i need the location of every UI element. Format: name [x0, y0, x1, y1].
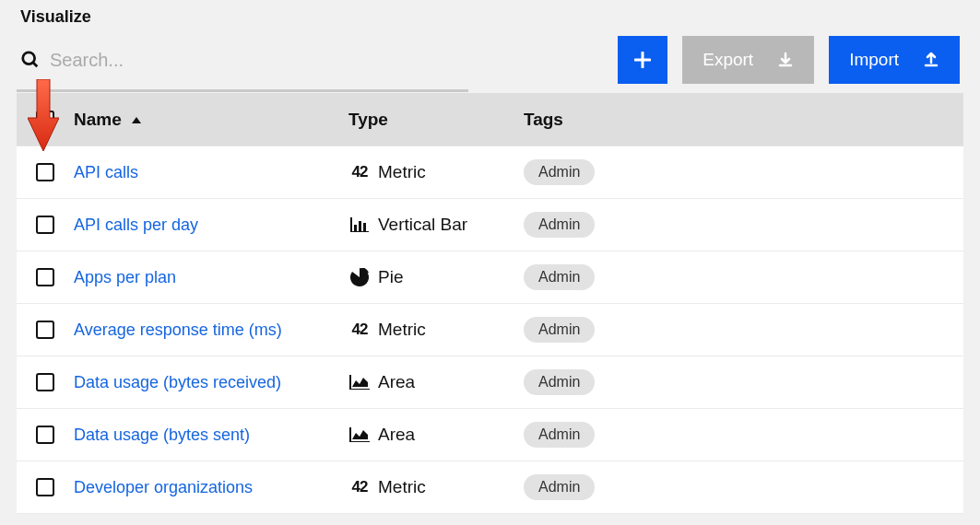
table-row: Data usage (bytes received)AreaAdmin	[17, 356, 963, 409]
row-checkbox[interactable]	[36, 321, 54, 339]
type-label: Area	[378, 425, 415, 445]
type-label: Metric	[378, 320, 426, 340]
row-check-cell	[17, 373, 74, 391]
add-button[interactable]	[618, 36, 667, 84]
type-label: Vertical Bar	[378, 215, 467, 235]
column-header-tags[interactable]: Tags	[524, 110, 963, 130]
visualization-link[interactable]: API calls	[74, 163, 138, 181]
search-input[interactable]	[50, 50, 618, 71]
row-tags-cell: Admin	[524, 159, 963, 185]
download-icon	[777, 52, 794, 68]
table-header: Name Type Tags	[17, 93, 963, 146]
visualize-table: Name Type Tags API calls42MetricAdminAPI…	[17, 93, 963, 514]
type-label: Metric	[378, 477, 426, 497]
row-type-cell: Area	[348, 372, 524, 392]
metric-icon: 42	[352, 321, 368, 339]
tag-badge: Admin	[524, 369, 595, 395]
select-all-checkbox[interactable]	[36, 111, 54, 129]
row-name-cell: Average response time (ms)	[74, 321, 348, 340]
search-wrap	[20, 50, 618, 71]
type-label: Metric	[378, 162, 426, 182]
sort-asc-icon	[132, 117, 141, 123]
table-row: API calls42MetricAdmin	[17, 146, 963, 199]
row-tags-cell: Admin	[524, 264, 963, 290]
tag-badge: Admin	[524, 317, 595, 343]
row-checkbox[interactable]	[36, 163, 54, 181]
tag-badge: Admin	[524, 212, 595, 238]
visualization-link[interactable]: Data usage (bytes sent)	[74, 426, 250, 444]
row-checkbox[interactable]	[36, 216, 54, 234]
svg-rect-2	[354, 225, 357, 231]
pie-chart-icon	[350, 268, 369, 286]
row-type-cell: 42Metric	[348, 162, 524, 182]
svg-line-1	[33, 63, 38, 67]
row-checkbox[interactable]	[36, 268, 54, 286]
metric-icon: 42	[352, 478, 368, 496]
bar-chart-icon	[350, 217, 369, 232]
column-type-label: Type	[348, 110, 388, 129]
toolbar: Export Import	[0, 32, 980, 93]
row-name-cell: API calls per day	[74, 216, 348, 235]
search-underline	[17, 89, 468, 92]
row-type-cell: Pie	[348, 267, 524, 287]
column-header-type[interactable]: Type	[348, 110, 524, 130]
visualization-link[interactable]: Average response time (ms)	[74, 321, 282, 339]
export-button[interactable]: Export	[682, 36, 814, 84]
column-header-name[interactable]: Name	[74, 110, 348, 130]
export-label: Export	[703, 50, 753, 70]
visualization-link[interactable]: Developer organizations	[74, 478, 253, 496]
page-title: Visualize	[0, 0, 980, 32]
search-icon	[20, 50, 41, 70]
row-check-cell	[17, 268, 74, 286]
row-type-cell: 42Metric	[348, 320, 524, 340]
table-row: Data usage (bytes sent)AreaAdmin	[17, 409, 963, 461]
table-row: API calls per dayVertical BarAdmin	[17, 199, 963, 251]
table-row: Apps per planPieAdmin	[17, 251, 963, 304]
type-label: Area	[378, 372, 415, 392]
row-check-cell	[17, 216, 74, 234]
row-checkbox[interactable]	[36, 426, 54, 444]
row-type-cell: Area	[348, 425, 524, 445]
row-tags-cell: Admin	[524, 474, 963, 500]
table-row: Average response time (ms)42MetricAdmin	[17, 304, 963, 356]
row-name-cell: Data usage (bytes received)	[74, 373, 348, 392]
row-type-cell: 42Metric	[348, 477, 524, 497]
row-tags-cell: Admin	[524, 317, 963, 343]
row-check-cell	[17, 426, 74, 444]
plus-icon	[634, 52, 651, 68]
row-check-cell	[17, 478, 74, 496]
area-chart-icon	[349, 427, 370, 442]
metric-icon: 42	[352, 163, 368, 181]
row-tags-cell: Admin	[524, 369, 963, 395]
table-row: Developer organizations42MetricAdmin	[17, 461, 963, 514]
row-name-cell: Apps per plan	[74, 268, 348, 287]
svg-rect-4	[363, 223, 366, 231]
import-button[interactable]: Import	[829, 36, 960, 84]
table-body: API calls42MetricAdminAPI calls per dayV…	[17, 146, 963, 514]
column-name-label: Name	[74, 110, 122, 129]
row-name-cell: Data usage (bytes sent)	[74, 426, 348, 445]
svg-point-0	[23, 52, 35, 64]
tag-badge: Admin	[524, 474, 595, 500]
row-name-cell: API calls	[74, 163, 348, 182]
row-checkbox[interactable]	[36, 373, 54, 391]
select-all-cell	[17, 111, 74, 129]
row-name-cell: Developer organizations	[74, 478, 348, 497]
row-tags-cell: Admin	[524, 422, 963, 448]
visualization-link[interactable]: API calls per day	[74, 216, 198, 234]
svg-rect-3	[359, 221, 361, 231]
row-check-cell	[17, 321, 74, 339]
import-label: Import	[849, 50, 899, 70]
visualization-link[interactable]: Data usage (bytes received)	[74, 373, 281, 391]
row-tags-cell: Admin	[524, 212, 963, 238]
visualization-link[interactable]: Apps per plan	[74, 268, 176, 286]
tag-badge: Admin	[524, 264, 595, 290]
upload-icon	[923, 52, 939, 68]
tag-badge: Admin	[524, 422, 595, 448]
row-type-cell: Vertical Bar	[348, 215, 524, 235]
row-checkbox[interactable]	[36, 478, 54, 496]
row-check-cell	[17, 163, 74, 181]
actions: Export Import	[618, 36, 960, 84]
column-tags-label: Tags	[524, 110, 563, 129]
area-chart-icon	[349, 375, 370, 390]
